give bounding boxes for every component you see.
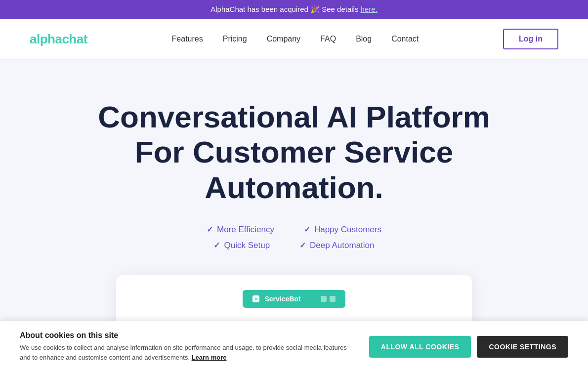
cookie-text: About cookies on this site We use cookie…: [20, 331, 359, 354]
headline-line2: For Customer Service: [135, 135, 453, 169]
check-icon-3: ✓: [213, 241, 220, 250]
feature-row-1: ✓ More Efficiency ✓ Happy Customers: [207, 225, 381, 235]
nav-features[interactable]: Features: [172, 35, 203, 43]
hero-section: Conversational AI Platform For Customer …: [0, 60, 588, 354]
feature-deep-automation: ✓ Deep Automation: [299, 241, 374, 250]
cookie-banner: About cookies on this site We use cookie…: [0, 321, 588, 354]
nav-links: Features Pricing Company FAQ Blog Contac…: [172, 35, 419, 43]
headline-line1: Conversational AI Platform: [98, 100, 490, 134]
nav-contact[interactable]: Contact: [391, 35, 419, 43]
feature-quick-setup: ✓ Quick Setup: [213, 241, 270, 250]
hero-headline: Conversational AI Platform For Customer …: [96, 99, 492, 205]
servicebot-widget: α ServiceBot: [243, 290, 345, 308]
feature-row-2: ✓ Quick Setup ✓ Deep Automation: [213, 241, 374, 250]
announcement-bar: AlphaChat has been acquired 🎉 See detail…: [0, 0, 588, 19]
servicebot-controls: [321, 296, 336, 302]
announcement-link[interactable]: here.: [361, 5, 378, 13]
nav-blog[interactable]: Blog: [356, 35, 372, 43]
headline-line3: Automation.: [205, 170, 383, 205]
close-icon[interactable]: [330, 296, 336, 302]
cookie-learn-more[interactable]: Learn more: [192, 354, 227, 354]
feature-label-3: Quick Setup: [224, 241, 270, 250]
demo-card-inner: α ServiceBot: [116, 275, 472, 323]
cookie-buttons: ALLOW ALL COOKIES COOKIE SETTINGS: [369, 336, 568, 354]
cookie-settings-button[interactable]: COOKIE SETTINGS: [477, 336, 568, 354]
nav-faq[interactable]: FAQ: [320, 35, 336, 43]
nav-company[interactable]: Company: [267, 35, 300, 43]
announcement-text: AlphaChat has been acquired 🎉 See detail…: [210, 5, 358, 13]
navbar: alphachat Features Pricing Company FAQ B…: [0, 19, 588, 60]
feature-list: ✓ More Efficiency ✓ Happy Customers ✓ Qu…: [10, 225, 578, 250]
feature-label-2: Happy Customers: [314, 225, 381, 235]
minimize-icon[interactable]: [321, 296, 327, 302]
allow-cookies-button[interactable]: ALLOW ALL COOKIES: [369, 336, 471, 354]
feature-happy-customers: ✓ Happy Customers: [304, 225, 381, 235]
logo[interactable]: alphachat: [30, 32, 87, 47]
check-icon-1: ✓: [207, 225, 213, 234]
servicebot-label: ServiceBot: [264, 295, 300, 303]
cookie-description: We use cookies to collect and analyse in…: [20, 343, 359, 354]
nav-pricing[interactable]: Pricing: [223, 35, 247, 43]
servicebot-logo: α: [252, 295, 259, 302]
feature-label-4: Deep Automation: [310, 241, 374, 250]
check-icon-4: ✓: [299, 241, 306, 250]
check-icon-2: ✓: [304, 225, 310, 234]
cookie-title: About cookies on this site: [20, 331, 359, 340]
login-button[interactable]: Log in: [503, 29, 558, 49]
feature-label-1: More Efficiency: [217, 225, 274, 235]
feature-more-efficiency: ✓ More Efficiency: [207, 225, 274, 235]
